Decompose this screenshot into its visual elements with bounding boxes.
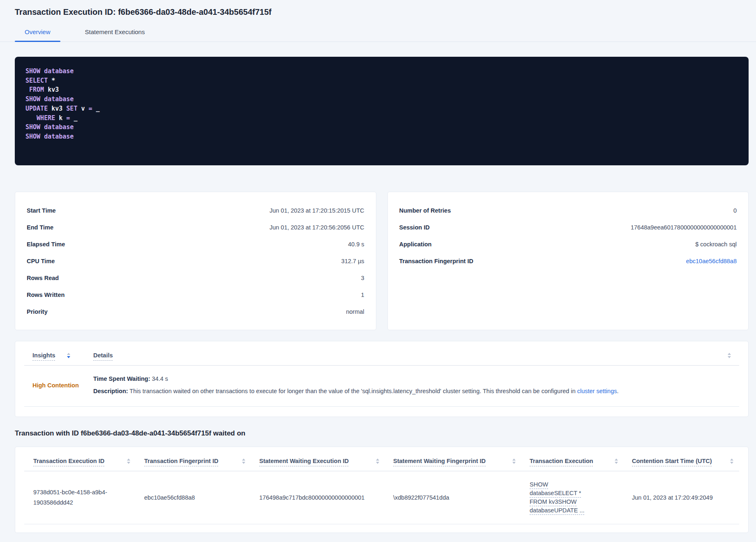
- row-value: 40.9 s: [348, 241, 364, 248]
- summary-row-start-time: Start Time Jun 01, 2023 at 17:20:15:2015…: [27, 202, 364, 219]
- column-label[interactable]: Transaction Execution ID: [33, 458, 104, 464]
- insights-table-header: Insights Details: [24, 341, 739, 366]
- details-column-header: Details: [93, 352, 731, 359]
- sql-statements-box: SHOW databaseSELECT * FROM kv3SHOW datab…: [15, 57, 749, 165]
- column-label[interactable]: Contention Start Time (UTC): [632, 458, 712, 464]
- execution-summary-card: Start Time Jun 01, 2023 at 17:20:15:2015…: [15, 192, 376, 330]
- insight-type-label: High Contention: [32, 382, 93, 389]
- row-label: Transaction Fingerprint ID: [399, 258, 473, 264]
- row-label: Number of Retries: [399, 207, 451, 214]
- transaction-execution-statement-link[interactable]: SHOW databaseSELECT * FROM kv3SHOW datab…: [530, 480, 597, 515]
- details-column-label[interactable]: Details: [93, 352, 113, 359]
- summary-row-retries: Number of Retries 0: [399, 202, 737, 219]
- sql-line: SHOW database: [25, 132, 738, 141]
- waited-on-table-card: Transaction Execution ID Transaction Fin…: [15, 447, 749, 533]
- row-value: 17648a9eea6017800000000000000001: [631, 224, 737, 231]
- sql-line: SHOW database: [25, 67, 738, 76]
- column-label[interactable]: Transaction Fingerprint ID: [144, 458, 218, 464]
- row-label: Priority: [27, 308, 48, 315]
- cell-contention-start-time: Jun 01, 2023 at 17:20:49:2049: [632, 494, 735, 501]
- row-value: 1: [361, 292, 364, 298]
- row-value: $ cockroach sql: [695, 241, 737, 248]
- sort-icon[interactable]: [67, 353, 70, 358]
- sort-icon[interactable]: [376, 459, 379, 464]
- row-label: Elapsed Time: [27, 241, 65, 248]
- summary-row-cpu-time: CPU Time 312.7 µs: [27, 252, 364, 269]
- row-value: Jun 01, 2023 at 17:20:56:2056 UTC: [270, 224, 364, 231]
- time-spent-waiting-line: Time Spent Waiting: 34.4 s: [93, 375, 731, 383]
- summary-cards: Start Time Jun 01, 2023 at 17:20:15:2015…: [15, 192, 749, 330]
- insights-column-label[interactable]: Insights: [32, 352, 55, 359]
- summary-row-session-id: Session ID 17648a9eea6017800000000000000…: [399, 219, 737, 236]
- description-text: This transaction waited on other transac…: [128, 388, 577, 394]
- row-value: normal: [346, 308, 364, 315]
- column-header-transaction-fingerprint-id: Transaction Fingerprint ID: [144, 458, 259, 464]
- sql-line: FROM kv3: [25, 85, 738, 95]
- row-label: Application: [399, 241, 432, 248]
- insight-row: High Contention Time Spent Waiting: 34.4…: [24, 366, 739, 407]
- tab-overview[interactable]: Overview: [15, 23, 60, 42]
- row-label: End Time: [27, 224, 53, 231]
- summary-row-rows-read: Rows Read 3: [27, 269, 364, 286]
- column-label[interactable]: Statement Waiting Execution ID: [259, 458, 349, 464]
- session-summary-card: Number of Retries 0 Session ID 17648a9ee…: [387, 192, 749, 330]
- cell-statement-waiting-execution-id: 176498a9c717bdc80000000000000001: [259, 494, 393, 501]
- sort-icon[interactable]: [127, 459, 130, 464]
- tab-bar: Overview Statement Executions: [0, 23, 756, 42]
- row-label: Session ID: [399, 224, 430, 231]
- insights-column-header: Insights: [32, 352, 93, 359]
- cell-transaction-fingerprint-id: ebc10ae56cfd88a8: [144, 494, 259, 501]
- cluster-settings-link[interactable]: cluster settings: [577, 388, 617, 394]
- page-title: Transaction Execution ID: f6be6366-da03-…: [15, 0, 749, 21]
- cell-transaction-execution-id: 9738d051-bc0e-4158-a9b4-1903586ddd42: [33, 487, 144, 508]
- sql-line: SELECT *: [25, 76, 738, 86]
- column-label[interactable]: Transaction Execution: [530, 458, 593, 464]
- column-header-statement-waiting-fingerprint-id: Statement Waiting Fingerprint ID: [393, 458, 530, 464]
- column-header-transaction-execution: Transaction Execution: [530, 458, 632, 464]
- waited-on-table-row: 9738d051-bc0e-4158-a9b4-1903586ddd42 ebc…: [24, 471, 739, 524]
- summary-row-end-time: End Time Jun 01, 2023 at 17:20:56:2056 U…: [27, 219, 364, 236]
- cell-transaction-execution: SHOW databaseSELECT * FROM kv3SHOW datab…: [530, 480, 632, 515]
- row-label: Rows Read: [27, 275, 59, 281]
- column-header-transaction-execution-id: Transaction Execution ID: [33, 458, 144, 464]
- transaction-fingerprint-link[interactable]: ebc10ae56cfd88a8: [686, 258, 737, 264]
- cell-statement-waiting-fingerprint-id: \xdb8922f077541dda: [393, 494, 530, 501]
- insights-table-card: Insights Details High Contention Time Sp…: [15, 341, 749, 417]
- transaction-details-page: Transaction Execution ID: f6be6366-da03-…: [0, 0, 756, 533]
- sort-icon[interactable]: [512, 459, 516, 464]
- summary-row-priority: Priority normal: [27, 303, 364, 320]
- summary-row-elapsed-time: Elapsed Time 40.9 s: [27, 236, 364, 252]
- column-header-statement-waiting-execution-id: Statement Waiting Execution ID: [259, 458, 393, 464]
- sql-line: SHOW database: [25, 95, 738, 104]
- tab-statement-executions[interactable]: Statement Executions: [75, 23, 155, 42]
- waited-on-heading: Transaction with ID f6be6366-da03-48de-a…: [15, 429, 749, 438]
- row-value: 312.7 µs: [341, 258, 364, 264]
- sort-icon[interactable]: [728, 353, 731, 358]
- description-label: Description:: [93, 388, 128, 394]
- description-suffix: .: [617, 388, 618, 394]
- sort-icon[interactable]: [242, 459, 245, 464]
- time-spent-waiting-value: 34.4 s: [150, 375, 168, 382]
- waited-on-table-header: Transaction Execution ID Transaction Fin…: [24, 447, 739, 471]
- row-label: Rows Written: [27, 292, 65, 298]
- column-header-contention-start-time: Contention Start Time (UTC): [632, 458, 735, 464]
- summary-row-application: Application $ cockroach sql: [399, 236, 737, 252]
- row-label: Start Time: [27, 207, 56, 214]
- sql-line: UPDATE kv3 SET v = _: [25, 104, 738, 113]
- time-spent-waiting-label: Time Spent Waiting:: [93, 375, 150, 382]
- sql-code: SHOW databaseSELECT * FROM kv3SHOW datab…: [25, 67, 738, 141]
- sql-line: SHOW database: [25, 123, 738, 132]
- row-value: 3: [361, 275, 364, 281]
- description-line: Description: This transaction waited on …: [93, 387, 731, 396]
- sort-icon[interactable]: [615, 459, 618, 464]
- summary-row-transaction-fingerprint-id: Transaction Fingerprint ID ebc10ae56cfd8…: [399, 252, 737, 269]
- row-value: 0: [733, 207, 737, 214]
- sql-line: WHERE k = _: [25, 113, 738, 123]
- sort-icon[interactable]: [730, 459, 733, 464]
- column-label[interactable]: Statement Waiting Fingerprint ID: [393, 458, 486, 464]
- row-value: Jun 01, 2023 at 17:20:15:2015 UTC: [270, 207, 364, 214]
- insight-details-cell: Time Spent Waiting: 34.4 s Description: …: [93, 375, 731, 396]
- summary-row-rows-written: Rows Written 1: [27, 286, 364, 303]
- row-label: CPU Time: [27, 258, 55, 264]
